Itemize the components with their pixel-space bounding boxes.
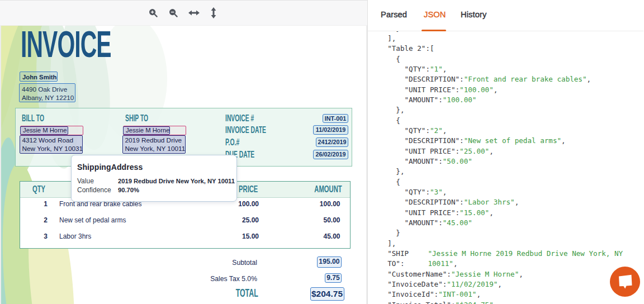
json-token-string: "15.00": [460, 208, 489, 217]
item-cell-desc: New set of pedal arms: [59, 216, 192, 224]
json-token-key: "CustomerName": [379, 270, 447, 278]
json-code-line: "Invoice Total":"$204.75": [379, 300, 631, 304]
qty-header: QTY: [32, 184, 45, 195]
json-token-punctuation: ,: [494, 86, 498, 94]
entity-box-bill-to-name[interactable]: Jessie M Horne: [20, 126, 68, 135]
json-token-string: "Jessie M Horne 2019 Redbud Drive New Yo…: [428, 249, 627, 268]
invoice-item-row: 2New set of pedal arms25.0050.00: [20, 216, 350, 232]
json-code-line: "AMOUNT":"100.00": [379, 95, 631, 105]
tooltip-value: 2019 Redbud Drive New York, NY 10011: [118, 177, 235, 186]
item-cell-amt: 50.00: [259, 216, 350, 224]
tooltip-confidence-row: Confidence 90.70%: [77, 186, 231, 194]
total-label: TOTAL: [236, 287, 258, 300]
field-box-subtotal[interactable]: 195.00: [317, 256, 342, 268]
field-box-invoice-number[interactable]: INT-001: [323, 114, 348, 124]
results-panel: Parsed JSON History } ], "Table 2":[ { "…: [368, 0, 643, 304]
json-token-string: "50.00": [443, 157, 472, 165]
entity-box-ship-to-name[interactable]: Jessie M Horne: [123, 126, 170, 135]
tab-json[interactable]: JSON: [424, 10, 446, 19]
json-code-line: "UNIT PRICE":"100.00",: [379, 85, 631, 95]
entity-box-billing-address[interactable]: 4312 Wood Road New York, NY 10031: [20, 135, 83, 154]
from-address-line2: Albany, NY 12210: [22, 93, 75, 102]
field-box-customer-address[interactable]: 4490 Oak Drive Albany, NY 12210: [19, 83, 75, 102]
tooltip-value-label: Value: [77, 177, 118, 186]
json-token-punctuation: :: [460, 198, 464, 206]
item-cell-amt: 45.00: [259, 232, 350, 240]
json-token-key: "QTY": [379, 65, 425, 73]
json-code[interactable]: } ], "Table 2":[ { "QTY":"1", "DESCRIPTI…: [368, 31, 643, 304]
json-token-key: "UNIT PRICE": [379, 86, 455, 94]
fit-height-button[interactable]: [204, 3, 223, 22]
invoice-item-row: 1Front and rear brake cables100.00100.00: [20, 200, 350, 216]
zoom-in-button[interactable]: [144, 3, 163, 22]
json-code-line: {: [379, 116, 631, 126]
invoice-item-row: 3Labor 3hrs15.0045.00: [20, 232, 350, 249]
zoom-in-icon: [148, 7, 159, 18]
field-box-sales-tax[interactable]: 9.75: [325, 273, 342, 283]
subtotal-label: Subtotal: [232, 259, 257, 267]
fit-width-icon: [188, 7, 200, 18]
field-box-total[interactable]: $204.75: [310, 287, 344, 301]
json-code-line: "UNIT PRICE":"15.00",: [379, 208, 631, 218]
bill-to-label: BILL TO: [22, 113, 44, 124]
document-canvas[interactable]: INVOICE John Smith 4490 Oak Drive Albany…: [0, 26, 367, 304]
invoice-date-label: INVOICE DATE: [225, 125, 266, 136]
json-token-key: "Table 2": [379, 44, 425, 53]
tooltip-value-row: Value 2019 Redbud Drive New York, NY 100…: [77, 177, 231, 186]
json-token-punctuation: }: [379, 31, 400, 32]
json-code-line: "InvoiceId":"INT-001",: [379, 289, 631, 300]
po-number-label: P.O.#: [225, 137, 239, 148]
tooltip-confidence-label: Confidence: [77, 186, 118, 194]
json-token-key: "AMOUNT": [379, 157, 438, 165]
zoom-out-button[interactable]: [164, 3, 183, 22]
json-code-line: "QTY":"1",: [379, 64, 631, 74]
json-code-line: {: [379, 177, 631, 187]
json-token-key: "InvoiceId": [379, 290, 434, 298]
active-tab-underline: [422, 30, 446, 31]
ship-address-line1: 2019 Redbud Drive: [125, 136, 185, 145]
json-code-line: },: [379, 105, 631, 115]
tooltip-field-name: ShippingAddress: [77, 163, 231, 172]
json-code-line: "Table 2":[: [379, 44, 631, 54]
field-box-customer-name[interactable]: John Smith: [20, 72, 58, 82]
json-code-line: "DESCRIPTION":"Front and rear brake cabl…: [379, 74, 631, 84]
json-code-line: }: [379, 228, 631, 238]
field-tooltip: ShippingAddress Value 2019 Redbud Drive …: [71, 155, 237, 202]
json-token-punctuation: ,: [587, 75, 591, 83]
json-token-string: "25.00": [460, 147, 489, 155]
json-token-punctuation: ,: [476, 290, 481, 298]
invoice-number-label: INVOICE #: [225, 113, 254, 124]
fit-width-button[interactable]: [184, 3, 203, 22]
item-cell-unit: 25.00: [192, 216, 259, 224]
json-token-punctuation: }: [379, 229, 400, 237]
json-token-punctuation: :: [455, 86, 460, 94]
json-token-punctuation: :: [438, 218, 443, 227]
json-token-punctuation: {: [379, 178, 400, 186]
tab-history[interactable]: History: [461, 10, 486, 19]
zoom-out-icon: [168, 7, 179, 18]
json-code-line: "DESCRIPTION":"New set of pedal arms",: [379, 136, 631, 146]
tab-parsed[interactable]: Parsed: [381, 10, 407, 19]
json-code-line: ],: [379, 34, 631, 44]
json-code-line: "AMOUNT":"50.00": [379, 156, 631, 167]
field-box-invoice-date[interactable]: 11/02/2019: [313, 125, 348, 135]
tooltip-confidence: 90.70%: [118, 186, 231, 194]
bill-address-line2: New York, NY 10031: [22, 145, 82, 153]
json-token-punctuation: :[: [425, 44, 434, 53]
entity-box-shipping-address[interactable]: 2019 Redbud Drive New York, NY 10011: [122, 135, 186, 154]
chat-widget-button[interactable]: [610, 267, 640, 297]
json-token-key: "UNIT PRICE": [379, 147, 455, 155]
field-box-due-date[interactable]: 26/02/2019: [313, 150, 348, 159]
json-token-key: "Invoice Total": [379, 301, 451, 304]
json-token-string: "New set of pedal arms": [464, 136, 561, 145]
json-token-punctuation: ,: [443, 65, 447, 73]
item-cell-unit: 15.00: [192, 232, 259, 240]
json-token-key: "QTY": [379, 126, 425, 135]
json-code-line: "AMOUNT":"45.00": [379, 218, 631, 228]
viewer-toolbar: [0, 0, 367, 26]
json-token-punctuation: },: [379, 106, 405, 114]
json-token-string: "Front and rear brake cables": [464, 75, 587, 83]
json-code-line: "QTY":"3",: [379, 187, 631, 197]
json-token-punctuation: ,: [519, 270, 523, 278]
field-box-po-number[interactable]: 2412/2019: [316, 137, 348, 147]
